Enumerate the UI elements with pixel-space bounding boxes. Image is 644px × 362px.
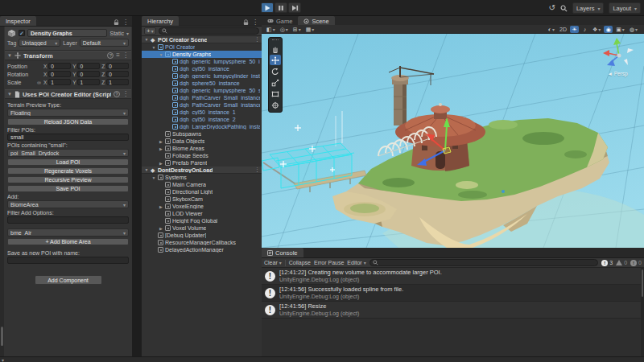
hierarchy-item-dgh-generic-lumpysphere-50-instance[interactable]: dgh_generic_lumpysphere_50_instance bbox=[142, 58, 262, 65]
rotation-x-field[interactable]: 0 bbox=[48, 71, 71, 77]
hierarchy-item-poi-creator[interactable]: ▼POI Creator bbox=[142, 43, 262, 51]
rotation-z-field[interactable]: 0 bbox=[106, 71, 129, 77]
hierarchy-item-lod-viewer[interactable]: LOD Viewer bbox=[142, 210, 262, 217]
console-log-entry[interactable]: ![12:41:56] ResizeUnityEngine.Debug:Log … bbox=[262, 302, 641, 319]
tab-console[interactable]: Console bbox=[262, 248, 303, 257]
load-poi-button[interactable]: Load POI bbox=[7, 158, 129, 166]
view-tool[interactable] bbox=[270, 43, 281, 54]
axis-y-cone[interactable] bbox=[613, 38, 621, 45]
move-tool[interactable] bbox=[270, 55, 281, 65]
hierarchy-item-dgh-sphere50-instance[interactable]: dgh_sphere50_instance bbox=[142, 80, 262, 87]
clear-button[interactable]: Clear▾ bbox=[264, 260, 282, 265]
expander-icon[interactable]: ▶ bbox=[159, 204, 163, 209]
presets-icon[interactable]: ≡ bbox=[116, 52, 120, 59]
add-component-button[interactable]: Add Component bbox=[35, 275, 102, 285]
scene-orientation-gizmo[interactable] bbox=[601, 35, 638, 72]
static-label[interactable]: Static bbox=[109, 31, 124, 36]
expander-icon[interactable]: ▶ bbox=[159, 146, 163, 151]
scene-audio-toggle[interactable]: ♪ bbox=[580, 26, 589, 33]
script-component-header[interactable]: ▼ Uses POI Creator Editor (Script) ? ⋮ bbox=[5, 89, 131, 99]
effects-dropdown[interactable]: ❖▾ bbox=[591, 26, 602, 33]
hierarchy-item-biome-areas[interactable]: ▶Biome Areas bbox=[142, 145, 262, 152]
save-poi-button[interactable]: Save POI bbox=[7, 185, 129, 192]
hierarchy-item-voxelengine[interactable]: ▶VoxelEngine bbox=[142, 203, 262, 210]
expander-icon[interactable]: ▼ bbox=[144, 37, 149, 42]
panel-menu-icon[interactable]: ⋮ bbox=[252, 19, 258, 26]
hierarchy-item-voxel-volume[interactable]: ▶Voxel Volume bbox=[142, 224, 262, 232]
expander-icon[interactable]: ▼ bbox=[151, 45, 156, 50]
console-search-input[interactable] bbox=[369, 259, 599, 266]
hierarchy-item-debug-updater[interactable]: [Debug Updater] bbox=[142, 232, 262, 239]
hierarchy-item-dgh-largedrydockpathing-instance[interactable]: dgh_LargeDrydockPathing_instance bbox=[142, 123, 262, 130]
rect-tool[interactable] bbox=[270, 88, 281, 99]
create-object-button[interactable]: +▾ bbox=[144, 27, 156, 35]
hierarchy-item-data-objects[interactable]: ▶Data Objects bbox=[142, 138, 262, 145]
panel-separator[interactable] bbox=[132, 16, 142, 356]
position-x-field[interactable]: 0 bbox=[48, 63, 71, 69]
camera-settings-dropdown[interactable]: ▣▾ bbox=[614, 26, 626, 33]
tab-hierarchy[interactable]: Hierarchy bbox=[142, 16, 179, 26]
layer-dropdown[interactable]: Default▾ bbox=[80, 39, 129, 47]
scene-visibility-toggle[interactable]: ◉ bbox=[604, 26, 613, 33]
scene-menu-icon[interactable]: ⋮ bbox=[254, 36, 260, 43]
snap-increment-dropdown[interactable]: ▦▾ bbox=[304, 26, 316, 33]
undo-history-icon[interactable]: ↺ bbox=[549, 4, 555, 12]
rotate-tool[interactable] bbox=[270, 66, 281, 76]
save-as-new-poi-input[interactable] bbox=[7, 257, 129, 264]
gameobject-cube-icon[interactable] bbox=[7, 29, 16, 38]
transform-component-header[interactable]: ▼ Transform ? ≡ ⋮ bbox=[5, 51, 131, 60]
error-count-toggle[interactable]: !0 bbox=[630, 260, 642, 266]
hierarchy-item-directional-light[interactable]: Directional Light bbox=[142, 188, 262, 195]
gizmos-dropdown[interactable]: ◍▾ bbox=[628, 26, 639, 33]
position-z-field[interactable]: 0 bbox=[106, 63, 129, 69]
scene-menu-icon[interactable]: ⋮ bbox=[254, 167, 260, 173]
scale-link-icon[interactable]: ∞ bbox=[36, 80, 42, 85]
terrain-preview-type-dropdown[interactable]: Floating▾ bbox=[7, 109, 129, 117]
expander-icon[interactable]: ▶ bbox=[159, 226, 163, 231]
position-y-field[interactable]: 0 bbox=[77, 63, 100, 69]
regenerate-voxels-button[interactable]: Regenerate Voxels bbox=[7, 167, 129, 175]
grid-snapping-dropdown[interactable]: ⊞▾ bbox=[291, 26, 303, 33]
axis-neg-cone[interactable] bbox=[624, 59, 628, 65]
tool-handle-rotation-dropdown[interactable]: ◎▾ bbox=[279, 26, 290, 33]
lock-icon[interactable] bbox=[243, 19, 249, 26]
gameobject-name-field[interactable]: Density Graphs bbox=[27, 29, 107, 37]
editor-dropdown[interactable]: Editor▾ bbox=[347, 260, 365, 265]
expander-icon[interactable]: ▼ bbox=[144, 167, 149, 172]
hierarchy-item-dgh-pathcarver-small-instance-1[interactable]: dgh_PathCarver_Small_instance_1 bbox=[142, 101, 262, 109]
tool-handle-position-dropdown[interactable]: ◧▾ bbox=[265, 26, 277, 33]
scene-viewport[interactable]: ◄ Persp bbox=[262, 34, 644, 248]
hierarchy-item-density-graphs[interactable]: ▼Density Graphs bbox=[142, 51, 262, 58]
shading-mode-dropdown[interactable]: ◐▾ bbox=[547, 26, 556, 33]
expander-icon[interactable]: ▶ bbox=[159, 161, 163, 166]
hierarchy-item-dgh-pathcarver-small-instance[interactable]: dgh_PathCarver_Small_instance bbox=[142, 94, 262, 101]
filter-pois-input[interactable]: small bbox=[7, 134, 129, 141]
layers-dropdown[interactable]: Layers▾ bbox=[572, 2, 605, 14]
hierarchy-item-resourcemanagercallbacks[interactable]: ResourceManagerCallbacks bbox=[142, 239, 262, 246]
help-icon[interactable]: ? bbox=[107, 52, 114, 59]
scrollbar-thumb[interactable] bbox=[642, 269, 643, 297]
warning-count-toggle[interactable]: 0 bbox=[616, 260, 627, 265]
add-biome-area-button[interactable]: + Add Biome Area bbox=[7, 238, 129, 245]
search-icon[interactable] bbox=[560, 5, 568, 12]
step-button[interactable] bbox=[288, 2, 301, 13]
play-button[interactable] bbox=[261, 2, 274, 13]
scale-y-field[interactable]: 1 bbox=[77, 79, 100, 85]
enabled-checkbox[interactable]: ✓ bbox=[19, 30, 25, 36]
scale-x-field[interactable]: 1 bbox=[48, 79, 71, 85]
hierarchy-item-systems[interactable]: ▼Systems bbox=[142, 174, 262, 181]
scene-lighting-toggle[interactable]: ☀ bbox=[570, 26, 579, 33]
poi-select-dropdown[interactable]: poi_Small_Drydock▾ bbox=[7, 149, 129, 157]
expander-icon[interactable]: ▼ bbox=[159, 52, 163, 57]
scale-z-field[interactable]: 1 bbox=[106, 79, 129, 85]
status-caret-icon[interactable]: ▾ bbox=[2, 358, 4, 362]
expander-icon[interactable]: ▶ bbox=[159, 139, 163, 144]
hierarchy-item-dgh-cyl50-instance-2[interactable]: dgh_cyl50_instance_2 bbox=[142, 116, 262, 123]
hierarchy-item-foliage-seeds[interactable]: Foliage Seeds bbox=[142, 152, 262, 159]
foldout-icon[interactable]: ▼ bbox=[7, 92, 12, 97]
scrollbar-thumb[interactable] bbox=[1, 327, 3, 346]
transform-tool[interactable] bbox=[270, 100, 281, 110]
error-pause-toggle[interactable]: Error Pause bbox=[314, 260, 344, 265]
chevron-down-icon[interactable]: ▾ bbox=[126, 31, 129, 36]
perspective-label[interactable]: ◄ Persp bbox=[599, 71, 636, 76]
